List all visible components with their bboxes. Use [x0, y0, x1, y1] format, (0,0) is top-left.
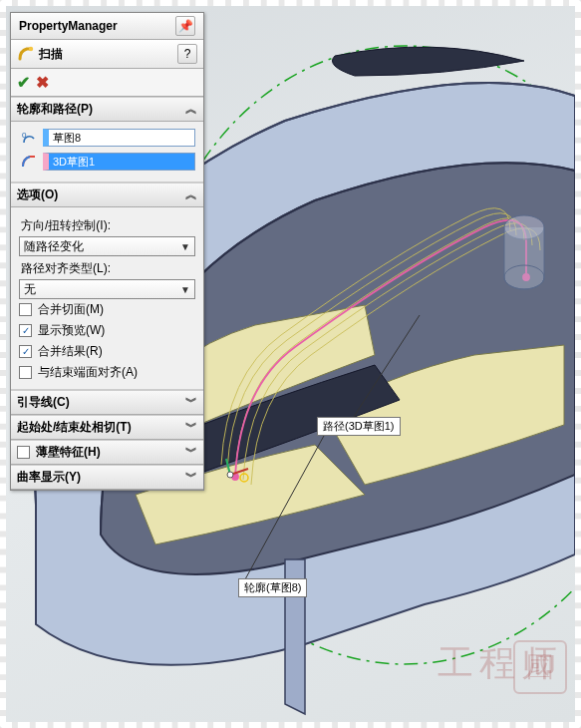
orient-dropdown[interactable]: 随路径变化 ▼ [19, 236, 195, 256]
align-dropdown-value: 无 [24, 281, 36, 298]
profile-slot-icon: 0 [19, 128, 39, 148]
checkbox-icon [19, 366, 32, 379]
checkbox-icon [19, 324, 32, 337]
callout-path: 路径(3D草图1) [317, 417, 401, 436]
section-guide-header[interactable]: 引导线(C) ︾ [11, 390, 203, 415]
align-label: 路径对齐类型(L): [21, 260, 195, 277]
property-manager-panel: PropertyManager 📌 扫描 ? ✔ ✖ 轮廓和路径(P) ︽ 0 … [10, 12, 204, 491]
show-preview-label: 显示预览(W) [38, 322, 105, 339]
section-curvature-label: 曲率显示(Y) [17, 469, 81, 486]
ok-cancel-bar: ✔ ✖ [11, 69, 203, 97]
chevron-down-icon: ︾ [185, 469, 197, 486]
chevron-down-icon: ︾ [185, 444, 197, 461]
chevron-up-icon: ︽ [185, 186, 197, 203]
path-slot-icon [19, 152, 39, 172]
chevron-up-icon: ︽ [185, 101, 197, 118]
section-profile-path-body: 0 草图8 3D草图1 [11, 122, 203, 182]
orient-dropdown-value: 随路径变化 [24, 238, 84, 255]
profile-field[interactable]: 草图8 [43, 129, 195, 147]
section-options-header[interactable]: 选项(O) ︽ [11, 182, 203, 207]
svg-point-12 [29, 47, 33, 51]
align-end-label: 与结束端面对齐(A) [38, 364, 138, 381]
section-thin-header[interactable]: 薄壁特征(H) ︾ [11, 440, 203, 465]
chevron-down-icon: ▼ [180, 284, 190, 295]
chevron-down-icon: ▼ [180, 241, 190, 252]
section-profile-path-header[interactable]: 轮廓和路径(P) ︽ [11, 97, 203, 122]
align-dropdown[interactable]: 无 ▼ [19, 279, 195, 299]
align-end-checkbox[interactable]: 与结束端面对齐(A) [19, 362, 195, 383]
sweep-icon [17, 45, 35, 63]
panel-title-bar: PropertyManager 📌 [11, 13, 203, 40]
feature-header: 扫描 ? [11, 40, 203, 69]
cancel-button[interactable]: ✖ [36, 73, 49, 92]
section-start-end-header[interactable]: 起始处/结束处相切(T) ︾ [11, 415, 203, 440]
pin-button[interactable]: 📌 [175, 16, 195, 36]
section-start-end-label: 起始处/结束处相切(T) [17, 419, 132, 436]
checkbox-icon [19, 345, 32, 358]
callout-profile: 轮廓(草图8) [238, 578, 307, 597]
merge-tangent-label: 合并切面(M) [38, 301, 104, 318]
feature-name: 扫描 [39, 46, 63, 63]
section-thin-label: 薄壁特征(H) [36, 444, 101, 461]
section-guide-label: 引导线(C) [17, 394, 70, 411]
merge-tangent-checkbox[interactable]: 合并切面(M) [19, 299, 195, 320]
help-button[interactable]: ? [177, 44, 197, 64]
show-preview-checkbox[interactable]: 显示预览(W) [19, 320, 195, 341]
section-options-body: 方向/扭转控制(I): 随路径变化 ▼ 路径对齐类型(L): 无 ▼ 合并切面(… [11, 207, 203, 390]
section-profile-path-label: 轮廓和路径(P) [17, 101, 93, 118]
orient-label: 方向/扭转控制(I): [21, 217, 195, 234]
chevron-down-icon: ︾ [185, 419, 197, 436]
checkbox-icon [17, 446, 30, 459]
chevron-down-icon: ︾ [185, 394, 197, 411]
checkbox-icon [19, 303, 32, 316]
merge-result-label: 合并结果(R) [38, 343, 103, 360]
svg-point-8 [227, 472, 233, 478]
section-curvature-header[interactable]: 曲率显示(Y) ︾ [11, 465, 203, 490]
merge-result-checkbox[interactable]: 合并结果(R) [19, 341, 195, 362]
ok-button[interactable]: ✔ [17, 73, 30, 92]
path-field[interactable]: 3D草图1 [43, 153, 195, 171]
section-options-label: 选项(O) [17, 186, 58, 203]
panel-title-text: PropertyManager [19, 19, 118, 33]
